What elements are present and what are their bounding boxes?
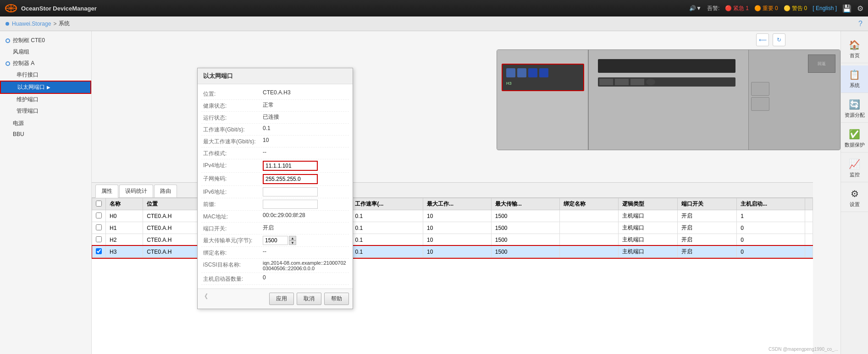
nav-item-home[interactable]: 🏠 首页 bbox=[841, 36, 868, 63]
row-checkbox[interactable] bbox=[96, 236, 102, 242]
mtu-value: ▲ ▼ bbox=[263, 236, 347, 245]
cell-logic-type: 主机端口 bbox=[619, 246, 678, 258]
cancel-button[interactable]: 取消 bbox=[297, 293, 321, 305]
sidebar-item-bbu[interactable]: BBU bbox=[0, 129, 91, 139]
row-checkbox-cell[interactable] bbox=[92, 246, 106, 258]
row-checkbox[interactable] bbox=[96, 212, 102, 218]
field-subnet: 子网掩码: bbox=[201, 173, 349, 186]
header-max-speed: 最大工作... bbox=[423, 198, 492, 210]
field-run-status: 运行状态: 已连接 bbox=[201, 112, 349, 124]
work-mode-value: -- bbox=[263, 149, 347, 155]
tab-routing[interactable]: 路由 bbox=[154, 185, 177, 197]
cell-name: H3 bbox=[106, 246, 143, 258]
storage-graphic: H3 回返 bbox=[474, 31, 840, 178]
language-selector[interactable]: [ English ] bbox=[813, 5, 837, 11]
tech-support[interactable]: 技术支持 bbox=[850, 347, 860, 354]
cell-speed: 0.1 bbox=[351, 246, 423, 258]
row-checkbox[interactable] bbox=[96, 248, 102, 254]
tab-error-stats[interactable]: 误码统计 bbox=[119, 185, 153, 197]
cell-logic-type: 主机端口 bbox=[619, 222, 678, 234]
field-health: 健康状态: 正常 bbox=[201, 100, 349, 112]
header-checkbox[interactable] bbox=[92, 198, 106, 210]
cell-speed: 0.1 bbox=[351, 210, 423, 222]
cell-port-switch: 开启 bbox=[678, 222, 737, 234]
cell-max-trans: 1500 bbox=[491, 210, 559, 222]
field-work-mode: 工作模式: -- bbox=[201, 147, 349, 159]
sidebar-item-maintenance-port[interactable]: 维护端口 bbox=[0, 94, 91, 105]
spin-up-button[interactable]: ▲ bbox=[289, 236, 296, 240]
sidebar-item-management-port[interactable]: 管理端口 bbox=[0, 105, 91, 117]
header-speed: 工作速率(... bbox=[351, 198, 423, 210]
sidebar-item-fan-group[interactable]: 风扇组 bbox=[0, 46, 91, 58]
apply-button[interactable]: 应用 bbox=[269, 293, 294, 305]
cell-binding bbox=[559, 210, 619, 222]
health-label: 健康状态: bbox=[203, 101, 263, 110]
nav-item-system[interactable]: 📋 系统 bbox=[841, 65, 868, 93]
alert-warning[interactable]: 🟡 警告 0 bbox=[784, 5, 807, 12]
initiator-label: 主机启动器数量: bbox=[203, 274, 263, 283]
sidebar-item-power[interactable]: 电源 bbox=[0, 118, 91, 129]
top-actions: 🔊▼ 吾警: 🔴 紧急 1 🟠 重要 0 🟡 警告 0 [ English ] … bbox=[689, 4, 863, 13]
row-checkbox-cell[interactable] bbox=[92, 210, 106, 222]
subnet-input[interactable] bbox=[263, 174, 318, 184]
prefix-input[interactable] bbox=[263, 200, 318, 209]
nav-arrow-right-icon: ▶ bbox=[47, 85, 50, 90]
alert-critical[interactable]: 🔴 紧急 1 bbox=[725, 5, 749, 12]
nav-item-monitor[interactable]: 📈 监控 bbox=[841, 155, 868, 182]
save-icon[interactable]: 💾 bbox=[842, 4, 851, 13]
detail-panel-title: 以太网端口 bbox=[198, 68, 353, 84]
field-max-speed: 最大工作速率(Gbit/s): 10 bbox=[201, 136, 349, 147]
cell-speed: 0.1 bbox=[351, 234, 423, 246]
cell-port-switch: 开启 bbox=[678, 246, 737, 258]
bbu-label: BBU bbox=[13, 131, 24, 137]
monitor-icon: 📈 bbox=[849, 158, 860, 169]
cell-port-switch: 开启 bbox=[678, 234, 737, 246]
data-protection-label: 数据保护 bbox=[845, 142, 865, 148]
cell-max-speed: 10 bbox=[423, 210, 492, 222]
field-mac: MAC地址: 00:0c:29:00:8f:28 bbox=[201, 211, 349, 223]
row-checkbox-cell[interactable] bbox=[92, 222, 106, 234]
mac-label: MAC地址: bbox=[203, 212, 263, 221]
mtu-input[interactable] bbox=[263, 236, 288, 245]
subnet-value bbox=[263, 174, 347, 184]
spin-down-button[interactable]: ▼ bbox=[289, 240, 296, 245]
expand-icon bbox=[6, 38, 10, 43]
iscsi-value: iqn.2014-08.com.example::210007020304050… bbox=[263, 260, 347, 271]
sidebar-item-serial-port[interactable]: 串行接口 bbox=[0, 69, 91, 81]
help-icon[interactable]: ? bbox=[858, 20, 862, 28]
header-port-switch: 端口开关 bbox=[678, 198, 737, 210]
row-checkbox-cell[interactable] bbox=[92, 234, 106, 246]
detail-footer: 《 应用 取消 帮助 bbox=[198, 289, 353, 309]
app-title: OceanStor DeviceManager bbox=[21, 5, 97, 12]
sidebar-item-controller-a[interactable]: 控制器 A bbox=[0, 58, 91, 69]
collapse-button[interactable]: 《 bbox=[201, 293, 208, 305]
logo-area: OceanStor DeviceManager bbox=[5, 4, 97, 13]
data-protection-icon: ✅ bbox=[849, 129, 860, 140]
ipv6-input[interactable] bbox=[263, 187, 318, 196]
sidebar-item-ethernet-port[interactable]: 以太网端口 ▶ bbox=[0, 81, 91, 94]
cell-max-speed: 10 bbox=[423, 246, 492, 258]
initiator-value: 0 bbox=[263, 274, 347, 281]
tab-properties[interactable]: 属性 bbox=[95, 185, 118, 198]
subnet-label: 子网掩码: bbox=[203, 174, 263, 183]
maintenance-port-label: 维护端口 bbox=[17, 96, 39, 103]
ipv4-input[interactable] bbox=[263, 161, 318, 171]
field-ipv4: IPv4地址: bbox=[201, 159, 349, 173]
help-button[interactable]: 帮助 bbox=[324, 293, 349, 305]
cell-binding bbox=[559, 222, 619, 234]
cell-initiator: 0 bbox=[737, 246, 805, 258]
nav-item-data-protection[interactable]: ✅ 数据保护 bbox=[841, 125, 868, 152]
breadcrumb-root[interactable]: Huawei.Storage bbox=[12, 21, 51, 27]
nav-item-resource[interactable]: 🔄 资源分配 bbox=[841, 95, 868, 123]
row-checkbox[interactable] bbox=[96, 224, 102, 230]
speaker-icon[interactable]: 🔊▼ bbox=[689, 5, 702, 11]
iscsi-label: iSCSI目标名称: bbox=[203, 260, 263, 269]
alert-important[interactable]: 🟠 重要 0 bbox=[754, 5, 778, 12]
content-area: ⟵ ↻ bbox=[92, 31, 840, 354]
mtu-spinner[interactable]: ▲ ▼ bbox=[289, 236, 296, 245]
cell-initiator: 0 bbox=[737, 234, 805, 246]
select-all-checkbox[interactable] bbox=[96, 201, 102, 207]
settings-icon[interactable]: ⚙ bbox=[857, 4, 863, 13]
nav-item-settings[interactable]: ⚙ 设置 bbox=[841, 185, 868, 212]
sidebar-item-controller-enclosure[interactable]: 控制框 CTE0 bbox=[0, 35, 91, 46]
